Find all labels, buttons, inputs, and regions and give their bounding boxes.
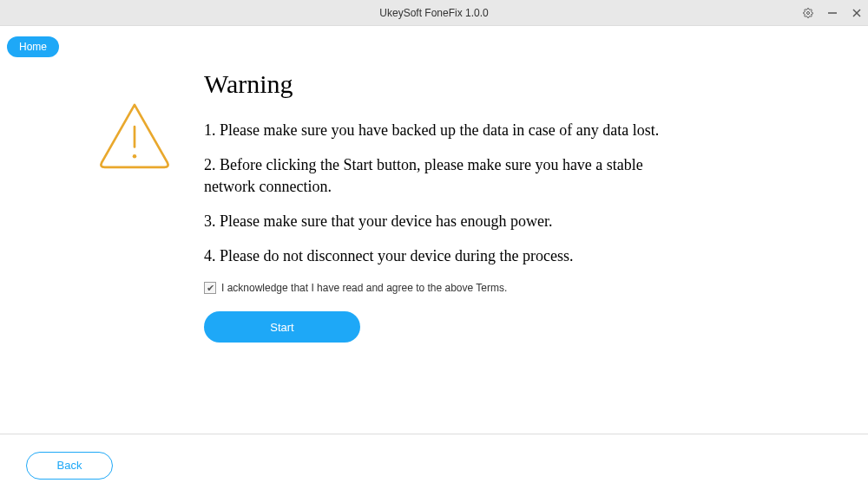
titlebar: UkeySoft FoneFix 1.0.0 xyxy=(0,0,868,26)
warning-heading: Warning xyxy=(204,69,694,99)
minimize-icon[interactable] xyxy=(826,7,838,19)
footer: Back xyxy=(0,434,868,496)
warning-line-4: 4. Please do not disconnect your device … xyxy=(204,245,694,266)
back-button[interactable]: Back xyxy=(26,452,113,480)
app-title: UkeySoft FoneFix 1.0.0 xyxy=(379,7,488,19)
acknowledge-text: I acknowledge that I have read and agree… xyxy=(221,282,507,294)
warning-line-1: 1. Please make sure you have backed up t… xyxy=(204,120,694,140)
warning-text-column: Warning 1. Please make sure you have bac… xyxy=(200,69,746,343)
warning-icon-column xyxy=(69,69,200,343)
close-icon[interactable] xyxy=(851,7,863,19)
warning-line-2: 2. Before clicking the Start button, ple… xyxy=(204,154,694,197)
settings-icon[interactable] xyxy=(802,7,814,19)
warning-triangle-icon xyxy=(95,95,174,343)
main-content: Warning 1. Please make sure you have bac… xyxy=(0,26,868,434)
svg-point-0 xyxy=(807,12,810,15)
window-controls xyxy=(802,0,863,26)
warning-line-3: 3. Please make sure that your device has… xyxy=(204,211,694,232)
acknowledge-row: ✔ I acknowledge that I have read and agr… xyxy=(204,282,694,294)
start-button[interactable]: Start xyxy=(204,311,360,343)
svg-point-5 xyxy=(133,154,137,159)
acknowledge-checkbox[interactable]: ✔ xyxy=(204,282,216,294)
